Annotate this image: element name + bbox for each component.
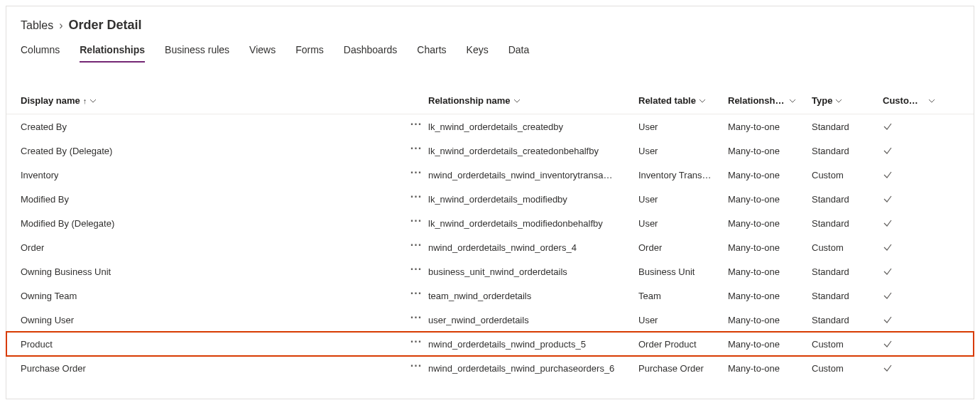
- table-row[interactable]: Owning Team···team_nwind_orderdetailsTea…: [6, 284, 974, 308]
- cell-display-name: Modified By (Delegate): [21, 218, 114, 229]
- check-icon: [883, 266, 893, 276]
- breadcrumb: Tables › Order Detail: [6, 6, 974, 40]
- more-actions-button[interactable]: ···: [404, 122, 428, 131]
- more-actions-button[interactable]: ···: [404, 315, 428, 325]
- table-row[interactable]: Created By (Delegate)···lk_nwind_orderde…: [6, 139, 974, 163]
- cell-related-table: Order: [638, 242, 662, 253]
- more-actions-button[interactable]: ···: [404, 194, 428, 204]
- cell-type: Standard: [812, 122, 849, 132]
- cell-type: Custom: [812, 339, 844, 350]
- cell-type: Standard: [812, 194, 849, 205]
- cell-display-name: Inventory: [21, 170, 58, 180]
- column-header-relationship-name[interactable]: Relationship name: [428, 95, 638, 106]
- table-row[interactable]: Purchase Order···nwind_orderdetails_nwin…: [6, 356, 974, 380]
- more-actions-button[interactable]: ···: [404, 242, 428, 252]
- cell-relationship-type: Many-to-one: [728, 266, 780, 277]
- column-header-label: Display name: [21, 95, 80, 106]
- table-row[interactable]: Order···nwind_orderdetails_nwind_orders_…: [6, 235, 974, 259]
- more-actions-button[interactable]: ···: [404, 218, 428, 228]
- table-row[interactable]: Owning Business Unit···business_unit_nwi…: [6, 259, 974, 284]
- cell-relationship-type: Many-to-one: [728, 170, 780, 180]
- check-icon: [883, 194, 893, 204]
- cell-display-name: Order: [21, 242, 44, 253]
- chevron-down-icon[interactable]: [928, 97, 935, 104]
- tab-views[interactable]: Views: [249, 40, 276, 63]
- table-row[interactable]: Product···nwind_orderdetails_nwind_produ…: [6, 332, 974, 356]
- tab-bar: ColumnsRelationshipsBusiness rulesViewsF…: [6, 40, 974, 63]
- column-header-customizable[interactable]: Custom…: [883, 95, 959, 106]
- cell-related-table: Purchase Order: [638, 363, 704, 374]
- cell-related-table: Inventory Trans…: [638, 170, 712, 180]
- tab-keys[interactable]: Keys: [467, 40, 489, 63]
- cell-type: Standard: [812, 266, 849, 277]
- check-icon: [883, 291, 893, 301]
- cell-display-name: Created By (Delegate): [21, 146, 112, 156]
- column-header-label: Related table: [638, 95, 696, 106]
- chevron-down-icon[interactable]: [513, 97, 521, 104]
- table-row[interactable]: Owning User···user_nwind_orderdetailsUse…: [6, 308, 974, 332]
- cell-type: Custom: [812, 363, 844, 374]
- check-icon: [883, 363, 893, 373]
- more-actions-button[interactable]: ···: [404, 146, 428, 156]
- cell-relationship-name: business_unit_nwind_orderdetails: [428, 266, 567, 277]
- cell-related-table: User: [638, 218, 658, 229]
- cell-related-table: Team: [638, 291, 661, 301]
- tab-charts[interactable]: Charts: [417, 40, 446, 63]
- check-icon: [883, 242, 893, 252]
- cell-relationship-type: Many-to-one: [728, 291, 780, 301]
- cell-related-table: Order Product: [638, 339, 697, 350]
- column-header-related-table[interactable]: Related table: [638, 95, 728, 106]
- column-header-display-name[interactable]: Display name ↑: [21, 95, 404, 106]
- chevron-down-icon[interactable]: [789, 97, 796, 104]
- cell-relationship-type: Many-to-one: [728, 363, 780, 374]
- cell-relationship-name: lk_nwind_orderdetails_modifiedby: [428, 194, 567, 205]
- column-header-relationship-type[interactable]: Relationshi…: [728, 95, 812, 106]
- tab-forms[interactable]: Forms: [295, 40, 324, 63]
- cell-display-name: Created By: [21, 122, 67, 132]
- cell-related-table: Business Unit: [638, 266, 695, 277]
- cell-display-name: Owning User: [21, 315, 74, 325]
- cell-relationship-type: Many-to-one: [728, 315, 780, 325]
- cell-relationship-name: nwind_orderdetails_nwind_orders_4: [428, 242, 577, 253]
- cell-relationship-name: nwind_orderdetails_nwind_inventorytransa…: [428, 170, 612, 180]
- cell-relationship-type: Many-to-one: [728, 218, 780, 229]
- table-detail-panel: Tables › Order Detail ColumnsRelationshi…: [6, 6, 974, 399]
- chevron-down-icon[interactable]: [699, 97, 706, 104]
- cell-type: Custom: [812, 170, 844, 180]
- cell-type: Standard: [812, 291, 849, 301]
- cell-related-table: User: [638, 194, 658, 205]
- breadcrumb-parent[interactable]: Tables: [21, 19, 53, 32]
- breadcrumb-current: Order Detail: [69, 18, 142, 33]
- cell-display-name: Owning Business Unit: [21, 266, 111, 277]
- more-actions-button[interactable]: ···: [404, 266, 428, 276]
- table-row[interactable]: Created By···lk_nwind_orderdetails_creat…: [6, 114, 974, 139]
- more-actions-button[interactable]: ···: [404, 339, 428, 349]
- more-actions-button[interactable]: ···: [404, 363, 428, 373]
- cell-relationship-type: Many-to-one: [728, 339, 780, 350]
- check-icon: [883, 339, 893, 349]
- cell-relationship-type: Many-to-one: [728, 146, 780, 156]
- tab-columns[interactable]: Columns: [21, 40, 60, 63]
- table-row[interactable]: Modified By (Delegate)···lk_nwind_orderd…: [6, 211, 974, 235]
- check-icon: [883, 122, 893, 131]
- sort-ascending-icon: ↑: [83, 97, 87, 105]
- chevron-down-icon[interactable]: [89, 97, 97, 104]
- tab-business-rules[interactable]: Business rules: [165, 40, 229, 63]
- cell-relationship-type: Many-to-one: [728, 194, 780, 205]
- tab-data[interactable]: Data: [508, 40, 530, 63]
- tab-relationships[interactable]: Relationships: [80, 40, 145, 63]
- cell-display-name: Owning Team: [21, 291, 77, 301]
- more-actions-button[interactable]: ···: [404, 170, 428, 180]
- cell-related-table: User: [638, 315, 658, 325]
- table-row[interactable]: Modified By···lk_nwind_orderdetails_modi…: [6, 187, 974, 211]
- check-icon: [883, 218, 893, 228]
- tab-dashboards[interactable]: Dashboards: [344, 40, 398, 63]
- table-row[interactable]: Inventory···nwind_orderdetails_nwind_inv…: [6, 163, 974, 187]
- column-header-type[interactable]: Type: [812, 95, 883, 106]
- chevron-down-icon[interactable]: [835, 97, 842, 104]
- column-header-label: Type: [812, 95, 832, 106]
- cell-relationship-name: lk_nwind_orderdetails_createdby: [428, 122, 563, 132]
- more-actions-button[interactable]: ···: [404, 291, 428, 301]
- check-icon: [883, 170, 893, 180]
- cell-related-table: User: [638, 122, 658, 132]
